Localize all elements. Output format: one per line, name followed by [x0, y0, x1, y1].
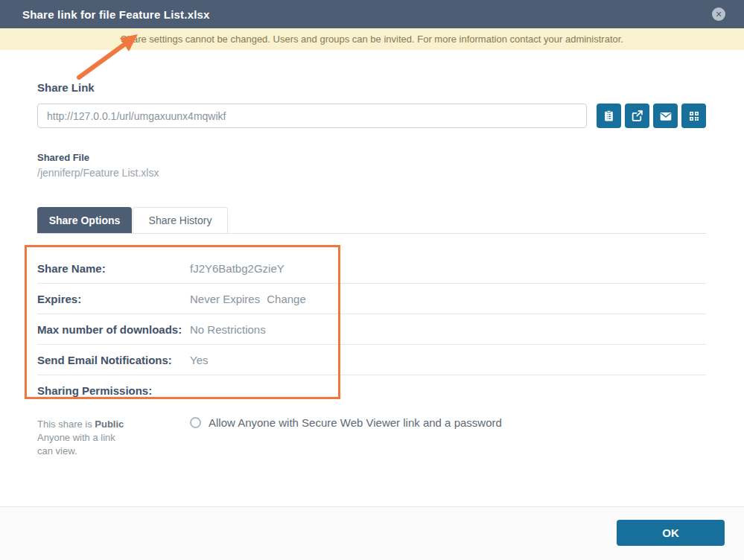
clipboard-icon: [602, 109, 615, 122]
change-expiry-link[interactable]: Change: [267, 293, 306, 305]
tab-share-options[interactable]: Share Options: [37, 207, 132, 233]
ok-button[interactable]: OK: [617, 520, 725, 546]
row-value: Yes: [190, 354, 208, 366]
close-icon[interactable]: ✕: [712, 7, 725, 21]
radio-button-icon[interactable]: [190, 417, 201, 428]
qr-code-icon: [688, 110, 700, 122]
radio-option-label: Allow Anyone with Secure Web Viewer link…: [209, 416, 502, 429]
note-public-label: Public: [95, 419, 124, 430]
external-link-icon: [631, 109, 643, 122]
shared-file-block: Shared File /jenniferp/Feature List.xlsx: [37, 152, 706, 179]
row-value: No Restrictions: [190, 323, 266, 336]
table-row-share-name: Share Name: fJ2Y6Batbg2GzieY: [37, 253, 706, 284]
email-link-button[interactable]: [653, 104, 678, 128]
share-link-row: [37, 104, 706, 128]
envelope-icon: [659, 109, 673, 123]
notice-banner-text: Share settings cannot be changed. Users …: [121, 34, 623, 45]
table-row-email-notifications: Send Email Notifications: Yes: [37, 345, 706, 375]
secure-viewer-radio-option[interactable]: Allow Anyone with Secure Web Viewer link…: [190, 416, 502, 429]
qr-code-button[interactable]: [681, 104, 706, 128]
row-value: Never Expires: [190, 293, 260, 305]
shared-file-path: /jenniferp/Feature List.xlsx: [37, 167, 706, 179]
row-label: Expires:: [37, 293, 190, 305]
row-label: Send Email Notifications:: [37, 354, 190, 366]
dialog-body: Share Link: [0, 81, 744, 458]
tab-bar: Share Options Share History: [37, 207, 706, 234]
share-url-input[interactable]: [37, 104, 587, 128]
dialog-title: Share link for file Feature List.xlsx: [22, 8, 210, 21]
permissions-section: This share is Public Anyone with a link …: [37, 416, 706, 458]
table-row-sharing-permissions: Sharing Permissions:: [37, 375, 706, 406]
table-row-max-downloads: Max number of downloads: No Restrictions: [37, 314, 706, 345]
note-text: Anyone with a link: [37, 432, 115, 443]
share-options-table: Share Name: fJ2Y6Batbg2GzieY Expires: Ne…: [37, 253, 706, 406]
share-link-dialog: Share link for file Feature List.xlsx ✕ …: [0, 0, 744, 560]
dialog-footer: OK: [0, 506, 744, 560]
table-row-expires: Expires: Never Expires Change: [37, 284, 706, 314]
row-value: fJ2Y6Batbg2GzieY: [190, 262, 284, 275]
tab-share-history[interactable]: Share History: [133, 207, 228, 233]
notice-banner: Share settings cannot be changed. Users …: [0, 28, 744, 50]
dialog-header: Share link for file Feature List.xlsx ✕: [0, 0, 744, 28]
share-link-heading: Share Link: [37, 81, 706, 94]
copy-link-button[interactable]: [597, 104, 621, 128]
row-label: Share Name:: [37, 262, 190, 275]
note-text: This share is: [37, 419, 95, 430]
shared-file-heading: Shared File: [37, 152, 706, 163]
row-label: Max number of downloads:: [37, 323, 190, 336]
note-text: can view.: [37, 445, 77, 456]
open-link-button[interactable]: [625, 104, 649, 128]
row-label: Sharing Permissions:: [37, 384, 190, 397]
share-visibility-note: This share is Public Anyone with a link …: [37, 416, 190, 458]
